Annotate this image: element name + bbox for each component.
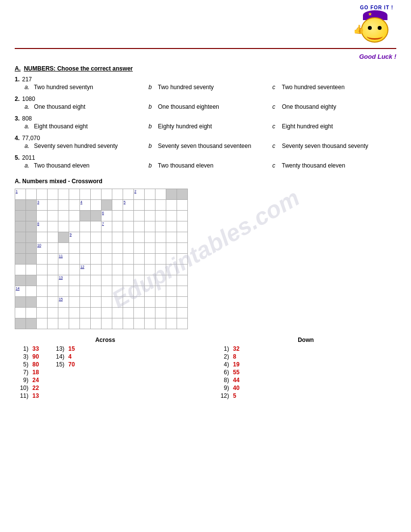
- cell-0-10: [123, 189, 134, 200]
- cell-7-7: [91, 265, 102, 275]
- option-label: b: [149, 143, 154, 149]
- option-text: One thousand eighty: [280, 103, 336, 110]
- cell-12-3: [48, 318, 58, 329]
- cell-10-6: [80, 297, 91, 308]
- cell-12-2: [37, 318, 48, 329]
- cell-11-14: [166, 308, 177, 318]
- clue-across-num: 7): [15, 369, 28, 376]
- cell-12-0: [15, 318, 26, 329]
- cell-0-14: [166, 189, 177, 200]
- cell-9-5: [69, 286, 80, 297]
- clue-down-num: 8): [215, 377, 229, 384]
- cell-5-4: [58, 243, 69, 254]
- cell-6-2: [37, 254, 48, 265]
- option-text: One thousand eight: [32, 103, 85, 110]
- question-1: 1.217a. Two hundred seventynb Two hundre…: [15, 76, 396, 91]
- cell-6-8: [102, 254, 112, 265]
- cell-9-2: [37, 286, 48, 297]
- cell-2-4: [58, 211, 69, 221]
- cell-7-6: 12: [80, 265, 91, 275]
- cell-5-3: [48, 243, 58, 254]
- cell-3-14: [166, 221, 177, 232]
- down-clue-row: 4) 19: [215, 361, 396, 368]
- option-text: Eight hundred eight: [280, 123, 333, 130]
- cell-5-5: [69, 243, 80, 254]
- cell-12-13: [155, 318, 166, 329]
- question-2-option-c: c One thousand eighty: [272, 103, 396, 110]
- cell-1-7: [91, 200, 102, 211]
- cell-12-5: [69, 318, 80, 329]
- header: GO FOR IT ! ★ 👍: [15, 5, 396, 46]
- cell-7-10: [123, 265, 134, 275]
- cell-5-12: [145, 243, 155, 254]
- cell-5-0: [15, 243, 26, 254]
- cell-2-13: [155, 211, 166, 221]
- clue-across-val2: 4: [68, 353, 82, 360]
- cell-10-5: [69, 297, 80, 308]
- cell-12-4: [58, 318, 69, 329]
- cell-5-1: [26, 243, 37, 254]
- cell-8-14: [166, 275, 177, 286]
- cell-6-14: [166, 254, 177, 265]
- across-clue-row: 5) 80 15) 70: [15, 361, 196, 368]
- cell-1-4: [58, 200, 69, 211]
- cell-5-14: [166, 243, 177, 254]
- clue-across-val2: 15: [68, 345, 82, 352]
- cell-3-3: [48, 221, 58, 232]
- cell-2-11: [134, 211, 145, 221]
- cell-4-1: [26, 232, 37, 243]
- cell-num-1: 1: [16, 190, 18, 193]
- cell-3-13: [155, 221, 166, 232]
- question-4-options: a. Seventy seven hundred seventyb Sevent…: [25, 143, 396, 149]
- across-clue-row: 7) 18: [15, 369, 196, 376]
- cell-11-3: [48, 308, 58, 318]
- clue-across-num: 1): [15, 345, 28, 352]
- question-1-option-b: b Two hundred seventy: [149, 84, 273, 91]
- cell-3-9: [112, 221, 123, 232]
- cell-5-2: 10: [37, 243, 48, 254]
- cell-11-12: [145, 308, 155, 318]
- cell-8-7: [91, 275, 102, 286]
- option-text: Eight thousand eight: [32, 123, 88, 130]
- cell-10-0: [15, 297, 26, 308]
- cell-11-7: [91, 308, 102, 318]
- cell-3-7: [91, 221, 102, 232]
- option-text: One thousand eighteen: [156, 103, 219, 110]
- cell-5-11: [134, 243, 145, 254]
- cell-3-10: [123, 221, 134, 232]
- cell-4-0: [15, 232, 26, 243]
- cell-2-15: [177, 211, 188, 221]
- down-clue-row: 1) 32: [215, 345, 396, 352]
- crossword-title: A. Numbers mixed - Crossword: [15, 178, 396, 185]
- cell-8-0: [15, 275, 26, 286]
- clue-across-num: 11): [15, 392, 28, 399]
- down-clues: Down 1) 32 2) 8 4) 19 6) 55 8) 44 9) 40 …: [215, 337, 396, 400]
- cell-4-8: [102, 232, 112, 243]
- across-clue-row: 9) 24: [15, 377, 196, 384]
- option-label: a.: [25, 143, 30, 149]
- cell-10-13: [155, 297, 166, 308]
- cell-num-4: 4: [80, 200, 82, 204]
- question-4: 4.77,070a. Seventy seven hundred seventy…: [15, 135, 396, 149]
- clue-across-num: 5): [15, 361, 28, 368]
- section-divider: [15, 48, 396, 49]
- cell-3-1: [26, 221, 37, 232]
- across-clue-row: 3) 90 14) 4: [15, 353, 196, 360]
- cell-9-0: 14: [15, 286, 26, 297]
- cell-11-5: [69, 308, 80, 318]
- clue-across-num: 3): [15, 353, 28, 360]
- down-clue-row: 12) 5: [215, 392, 396, 399]
- cell-10-14: [166, 297, 177, 308]
- option-label: a.: [25, 162, 30, 169]
- cell-num-13: 13: [59, 276, 63, 279]
- cell-1-0: [15, 200, 26, 211]
- clue-down-val: 40: [233, 385, 239, 391]
- cell-4-2: [37, 232, 48, 243]
- cell-12-12: [145, 318, 155, 329]
- cell-0-8: [102, 189, 112, 200]
- across-clue-row: 11) 13: [15, 392, 196, 399]
- cell-6-3: [48, 254, 58, 265]
- cell-11-8: [102, 308, 112, 318]
- cell-3-6: [80, 221, 91, 232]
- cell-5-15: [177, 243, 188, 254]
